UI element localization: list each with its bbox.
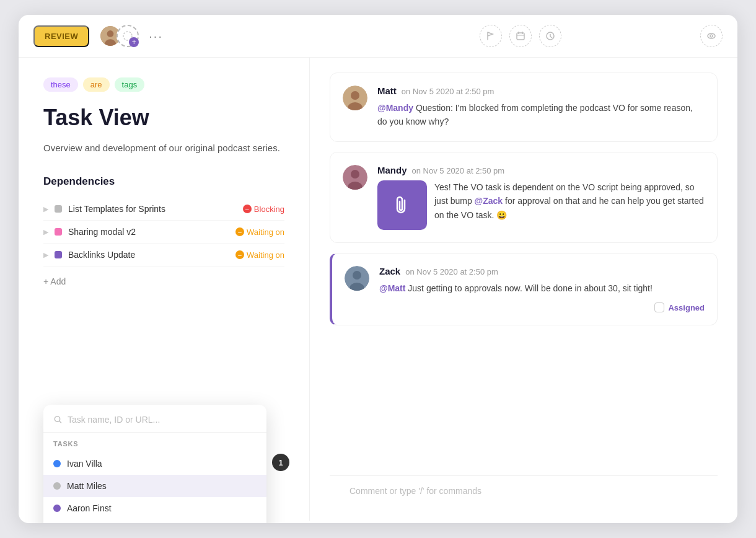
chevron-icon: ▶ xyxy=(43,228,48,236)
review-badge[interactable]: REVIEW xyxy=(33,25,89,47)
attachment-thumbnail[interactable] xyxy=(377,180,427,230)
comment-header: Mandy on Nov 5 2020 at 2:50 pm xyxy=(377,165,705,175)
comment-card-mandy: Mandy on Nov 5 2020 at 2:50 pm Yes! The … xyxy=(330,152,718,243)
comment-body-zack: Zack on Nov 5 2020 at 2:50 pm @Matt Just… xyxy=(379,266,705,312)
calendar-icon xyxy=(516,31,525,41)
search-icon xyxy=(53,415,63,425)
comment-author: Matt xyxy=(377,86,397,96)
wait-icon: – xyxy=(235,250,244,259)
tag-these[interactable]: these xyxy=(43,77,78,92)
avatar-svg-mandy xyxy=(343,165,367,190)
svg-point-1 xyxy=(107,30,114,37)
task-search-dropdown: TASKS Ivan Villa Matt Miles Aaron Finst … xyxy=(43,405,266,523)
comment-header: Matt on Nov 5 2020 at 2:50 pm xyxy=(377,86,705,96)
mention-matt: @Matt xyxy=(379,283,405,293)
avatar-svg-matt xyxy=(343,86,367,110)
comment-card-matt: Matt on Nov 5 2020 at 2:50 pm @Mandy Que… xyxy=(330,73,718,142)
dropdown-item-aaron[interactable]: Aaron Finst xyxy=(43,497,266,519)
avatar-svg-zack xyxy=(345,266,369,291)
search-row xyxy=(43,415,266,433)
dropdown-item-ramon[interactable]: Ramon Sanches xyxy=(43,519,266,523)
dep-status-waiting[interactable]: – Waiting on xyxy=(235,250,284,260)
dependency-item: ▶ List Templates for Sprints – Blocking xyxy=(43,198,284,221)
more-menu-button[interactable]: ··· xyxy=(149,29,163,43)
comment-input[interactable]: Comment or type '/' for commands xyxy=(330,475,718,506)
comment-header: Zack on Nov 5 2020 at 2:50 pm xyxy=(379,266,705,276)
dep-name: Sharing modal v2 xyxy=(68,227,229,237)
dep-name: List Templates for Sprints xyxy=(68,204,237,214)
mention-mandy: @Mandy xyxy=(377,103,413,113)
comment-text: @Mandy Question: I'm blocked from comple… xyxy=(377,101,705,129)
svg-point-11 xyxy=(708,33,715,38)
wait-icon: – xyxy=(235,227,244,236)
eye-icon-button[interactable] xyxy=(700,25,723,47)
svg-point-19 xyxy=(351,170,359,179)
svg-line-10 xyxy=(550,37,552,38)
task-search-input[interactable] xyxy=(68,415,257,425)
svg-rect-4 xyxy=(517,33,524,40)
clock-icon-button[interactable] xyxy=(539,25,561,47)
flag-icon xyxy=(486,31,496,41)
svg-point-16 xyxy=(351,91,359,100)
add-dependency-button[interactable]: + Add xyxy=(43,276,284,286)
comment-time: on Nov 5 2020 at 2:50 pm xyxy=(405,267,498,276)
comment-body-matt: Matt on Nov 5 2020 at 2:50 pm @Mandy Que… xyxy=(377,86,705,129)
checkbox[interactable] xyxy=(654,302,664,312)
avatar-group: + xyxy=(99,25,139,47)
svg-point-22 xyxy=(353,271,361,280)
right-panel: Matt on Nov 5 2020 at 2:50 pm @Mandy Que… xyxy=(310,58,737,521)
tags-row: these are tags xyxy=(43,77,284,92)
dep-status-blocking[interactable]: – Blocking xyxy=(243,205,284,214)
task-description: Overview and development of our original… xyxy=(43,141,284,156)
assigned-label: Assigned xyxy=(668,303,705,312)
chevron-icon: ▶ xyxy=(43,251,48,259)
mention-zack: @Zack xyxy=(475,196,503,206)
add-avatar-button[interactable]: + xyxy=(116,25,139,47)
dot-blue xyxy=(53,460,61,467)
svg-point-13 xyxy=(55,417,59,421)
dependencies-title: Dependencies xyxy=(43,175,284,188)
svg-line-14 xyxy=(59,421,61,423)
dot-gray xyxy=(53,482,61,490)
comment-text-body: Question: I'm blocked from completing th… xyxy=(377,103,693,126)
plus-badge: + xyxy=(129,37,139,47)
comment-text-body: Just getting to approvals now. Will be d… xyxy=(408,283,653,293)
dep-dot-pink xyxy=(55,228,62,236)
dep-name: Backlinks Update xyxy=(68,250,229,260)
comment-author: Mandy xyxy=(377,165,407,175)
comment-text: @Matt Just getting to approvals now. Wil… xyxy=(379,281,705,295)
tag-tags[interactable]: tags xyxy=(115,77,145,92)
notification-count: 1 xyxy=(272,454,289,471)
task-title: Task View xyxy=(43,104,284,131)
paperclip-icon xyxy=(392,195,412,215)
dependency-item: ▶ Backlinks Update – Waiting on xyxy=(43,244,284,267)
dropdown-item-ivan[interactable]: Ivan Villa xyxy=(43,452,266,475)
comment-author: Zack xyxy=(379,266,400,276)
dependencies-section: Dependencies ▶ List Templates for Sprint… xyxy=(43,175,284,286)
clock-icon xyxy=(545,31,555,41)
assigned-button[interactable]: Assigned xyxy=(379,302,705,312)
chevron-icon: ▶ xyxy=(43,205,48,213)
calendar-icon-button[interactable] xyxy=(509,25,532,47)
comment-card-zack: Zack on Nov 5 2020 at 2:50 pm @Matt Just… xyxy=(330,253,718,325)
svg-point-12 xyxy=(710,35,713,37)
eye-icon xyxy=(706,31,716,41)
flag-icon-button[interactable] xyxy=(480,25,502,47)
avatar-zack xyxy=(345,266,369,291)
left-panel: these are tags Task View Overview and de… xyxy=(19,58,310,521)
comment-text: Yes! The VO task is dependent on the VO … xyxy=(434,180,705,222)
avatar-mandy xyxy=(343,165,367,190)
main-content: these are tags Task View Overview and de… xyxy=(19,58,737,521)
comment-with-attachment: Yes! The VO task is dependent on the VO … xyxy=(377,180,705,230)
dep-status-waiting[interactable]: – Waiting on xyxy=(235,227,284,237)
avatar-matt xyxy=(343,86,367,110)
dep-dot-gray xyxy=(55,205,62,213)
top-bar: REVIEW + ··· xyxy=(19,15,737,58)
app-container: REVIEW + ··· xyxy=(19,15,737,523)
comment-body-mandy: Mandy on Nov 5 2020 at 2:50 pm Yes! The … xyxy=(377,165,705,230)
tag-are[interactable]: are xyxy=(83,77,110,92)
dot-purple xyxy=(53,505,61,512)
dropdown-item-matt[interactable]: Matt Miles xyxy=(43,475,266,497)
comment-time: on Nov 5 2020 at 2:50 pm xyxy=(412,166,505,175)
dep-dot-purple xyxy=(55,251,62,258)
